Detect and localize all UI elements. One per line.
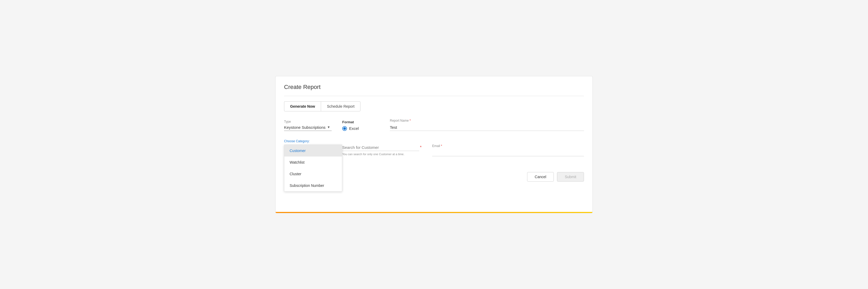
email-required-star: * xyxy=(441,144,442,148)
dropdown-item-customer[interactable]: Customer xyxy=(284,145,342,156)
search-hint: You can search for only one Customer at … xyxy=(342,152,422,156)
dropdown-item-cluster[interactable]: Cluster xyxy=(284,168,342,180)
search-customer-input[interactable] xyxy=(342,144,419,151)
top-divider xyxy=(284,96,584,96)
format-excel-label: Excel xyxy=(349,126,359,131)
form-row-2: Choose Category: Customer Watchlist Clus… xyxy=(284,139,584,156)
cancel-button[interactable]: Cancel xyxy=(527,172,554,182)
dropdown-item-watchlist[interactable]: Watchlist xyxy=(284,156,342,168)
page-title: Create Report xyxy=(284,84,584,91)
type-label: Type xyxy=(284,120,332,123)
email-group: Email* xyxy=(432,144,584,156)
tab-generate-now[interactable]: Generate Now xyxy=(284,101,321,111)
report-name-label: Report Name* xyxy=(390,119,584,122)
report-name-group: Report Name* xyxy=(390,119,584,131)
search-group: * You can search for only one Customer a… xyxy=(342,144,422,156)
radio-excel-icon xyxy=(342,126,347,131)
format-group: Format Excel xyxy=(342,120,379,131)
form-row-1: Type Keystone Subscriptions ▼ Format Exc… xyxy=(284,119,584,131)
category-label: Choose Category: xyxy=(284,139,332,143)
category-group: Choose Category: Customer Watchlist Clus… xyxy=(284,139,332,145)
type-group: Type Keystone Subscriptions ▼ xyxy=(284,120,332,131)
report-name-input[interactable] xyxy=(390,124,584,131)
dropdown-item-subscription-number[interactable]: Subscription Number xyxy=(284,180,342,191)
search-required-star: * xyxy=(420,145,422,150)
dropdown-arrow-icon: ▼ xyxy=(327,125,330,129)
email-label: Email* xyxy=(432,144,584,148)
type-value: Keystone Subscriptions xyxy=(284,125,326,130)
format-label: Format xyxy=(342,120,379,124)
radio-excel-inner xyxy=(343,127,346,130)
tabs-container: Generate Now Schedule Report xyxy=(284,101,584,111)
tab-schedule-report[interactable]: Schedule Report xyxy=(321,101,361,111)
create-report-container: Create Report Generate Now Schedule Repo… xyxy=(275,76,593,213)
submit-button[interactable]: Submit xyxy=(557,172,584,182)
category-dropdown-menu: Customer Watchlist Cluster Subscription … xyxy=(284,145,342,192)
bottom-accent xyxy=(276,212,592,213)
type-dropdown[interactable]: Keystone Subscriptions ▼ xyxy=(284,125,332,131)
report-name-required: * xyxy=(409,119,411,122)
format-excel-option[interactable]: Excel xyxy=(342,126,379,131)
email-input[interactable] xyxy=(432,149,584,156)
